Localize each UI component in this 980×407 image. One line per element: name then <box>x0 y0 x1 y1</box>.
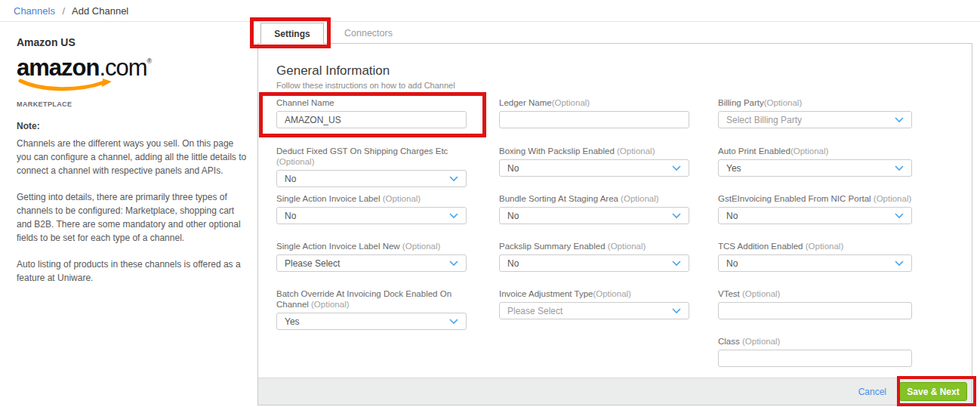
single-action-invoice-label-label: Single Action Invoice Label <box>276 194 380 203</box>
section-subtitle: Follow these instructions on how to add … <box>276 81 455 90</box>
select-value: No <box>726 258 738 269</box>
select-value: Please Select <box>285 258 340 269</box>
optional-suffix: (Optional) <box>400 242 441 251</box>
chevron-down-icon <box>449 261 458 267</box>
tcs-addition-label: TCS Addition Enabled <box>718 242 803 251</box>
amazon-logo-brand: amazon <box>17 54 99 81</box>
boxing-with-packslip-select[interactable]: No <box>499 159 689 177</box>
vtest-input[interactable] <box>718 302 912 319</box>
note-paragraph: Getting into details, there are primaril… <box>17 190 248 245</box>
optional-suffix: (Optional) <box>803 242 844 251</box>
select-value: No <box>507 211 519 221</box>
optional-suffix: (Optional) <box>618 194 659 203</box>
field-batch-override: Batch Override At Invoicing Dock Enabled… <box>276 288 467 330</box>
vtest-label: VTest <box>718 289 740 298</box>
class-label: Class <box>718 337 740 346</box>
tcs-addition-select[interactable]: No <box>718 254 912 272</box>
breadcrumb: Channels / Add Channel <box>14 5 128 17</box>
chevron-down-icon <box>449 213 458 219</box>
breadcrumb-current: Add Channel <box>72 5 128 17</box>
field-ledger-name: Ledger Name(Optional) <box>499 97 689 128</box>
channel-name-input[interactable] <box>276 111 467 128</box>
ledger-name-label: Ledger Name <box>499 98 552 107</box>
top-header: Channels / Add Channel <box>0 0 980 22</box>
marketplace-tagline: MARKETPLACE <box>17 100 248 108</box>
field-auto-print: Auto Print Enabled(Optional) Yes <box>718 146 912 177</box>
optional-suffix: (Optional) <box>552 98 590 107</box>
deduct-fixed-gst-select[interactable]: No <box>276 170 467 187</box>
select-value: No <box>285 174 296 184</box>
packslip-summary-select[interactable]: No <box>499 254 689 272</box>
chevron-down-icon <box>449 319 458 325</box>
optional-suffix: (Optional) <box>615 146 655 156</box>
bundle-sorting-select[interactable]: No <box>499 207 689 224</box>
select-value: No <box>507 258 519 269</box>
optional-suffix: (Optional) <box>380 194 421 203</box>
optional-suffix: (Optional) <box>790 146 829 156</box>
invoice-adjustment-type-label: Invoice Adjustment Type <box>499 289 593 298</box>
chevron-down-icon <box>672 213 681 219</box>
class-input[interactable] <box>718 350 912 367</box>
single-action-invoice-label-new-select[interactable]: Please Select <box>276 254 467 272</box>
field-channel-name: Channel Name <box>276 97 467 128</box>
note-heading: Note: <box>17 121 248 131</box>
optional-suffix: (Optional) <box>764 98 803 107</box>
single-action-invoice-label-select[interactable]: No <box>276 207 467 224</box>
batch-override-select[interactable]: Yes <box>276 313 467 330</box>
gst-einvoicing-select[interactable]: No <box>718 207 912 224</box>
optional-suffix: (Optional) <box>276 157 315 166</box>
section-title: General Information <box>276 63 390 79</box>
field-single-action-invoice-label-new: Single Action Invoice Label New (Optiona… <box>276 241 467 272</box>
select-value: Select Billing Party <box>726 115 802 125</box>
boxing-with-packslip-label: Boxing With Packslip Enabled <box>499 146 615 156</box>
chevron-down-icon <box>672 261 681 267</box>
field-single-action-invoice-label: Single Action Invoice Label (Optional) N… <box>276 193 467 224</box>
packslip-summary-label: Packslip Summary Enabled <box>499 242 606 251</box>
channel-info-sidebar: Amazon US amazon.com® MARKETPLACE Note: … <box>17 36 248 285</box>
cancel-link[interactable]: Cancel <box>858 387 886 397</box>
select-value: Yes <box>726 163 741 174</box>
tab-connectors[interactable]: Connectors <box>344 28 393 39</box>
ledger-name-input[interactable] <box>499 111 689 128</box>
batch-override-label: Batch Override At Invoicing Dock Enabled… <box>276 289 451 309</box>
save-and-next-button[interactable]: Save & Next <box>899 382 967 401</box>
field-invoice-adjustment-type: Invoice Adjustment Type(Optional) Please… <box>499 288 689 319</box>
amazon-logo: amazon.com® <box>17 55 248 99</box>
chevron-down-icon <box>895 261 904 267</box>
chevron-down-icon <box>895 165 904 171</box>
chevron-down-icon <box>672 165 681 171</box>
auto-print-select[interactable]: Yes <box>718 159 912 177</box>
panel-footer: Cancel Save & Next <box>258 378 972 405</box>
select-value: No <box>285 211 296 221</box>
breadcrumb-separator: / <box>63 5 66 17</box>
chevron-down-icon <box>895 213 904 219</box>
invoice-adjustment-type-select[interactable]: Please Select <box>499 302 689 319</box>
gst-einvoicing-label: GstEInvoicing Enabled From NIC Portal <box>718 194 871 203</box>
field-billing-party: Billing Party(Optional) Select Billing P… <box>718 97 912 128</box>
field-bundle-sorting: Bundle Sorting At Staging Area (Optional… <box>499 193 689 224</box>
optional-suffix: (Optional) <box>606 242 646 251</box>
field-vtest: VTest (Optional) <box>718 288 912 319</box>
field-gst-einvoicing: GstEInvoicing Enabled From NIC Portal (O… <box>718 193 912 224</box>
chevron-down-icon <box>895 117 904 123</box>
field-deduct-fixed-gst: Deduct Fixed GST On Shipping Charges Etc… <box>276 146 467 187</box>
select-value: No <box>726 211 738 221</box>
chevron-down-icon <box>672 308 681 314</box>
channel-name-label: Channel Name <box>276 98 334 107</box>
billing-party-select[interactable]: Select Billing Party <box>718 111 912 128</box>
settings-panel: General Information Follow these instruc… <box>257 43 972 405</box>
bundle-sorting-label: Bundle Sorting At Staging Area <box>499 194 618 203</box>
select-value: Please Select <box>507 306 562 316</box>
tab-settings[interactable]: Settings <box>260 23 324 44</box>
select-value: Yes <box>285 316 300 327</box>
registered-mark: ® <box>147 57 152 65</box>
breadcrumb-channels-link[interactable]: Channels <box>14 5 55 17</box>
single-action-invoice-label-new-label: Single Action Invoice Label New <box>276 242 400 251</box>
optional-suffix: (Optional) <box>309 300 350 309</box>
optional-suffix: (Optional) <box>593 289 631 298</box>
field-boxing-with-packslip: Boxing With Packslip Enabled (Optional) … <box>499 146 689 177</box>
note-paragraph: Channels are the different ways you sell… <box>17 137 248 177</box>
field-packslip-summary: Packslip Summary Enabled (Optional) No <box>499 241 689 272</box>
field-tcs-addition: TCS Addition Enabled (Optional) No <box>718 241 912 272</box>
field-class: Class (Optional) <box>718 336 912 367</box>
